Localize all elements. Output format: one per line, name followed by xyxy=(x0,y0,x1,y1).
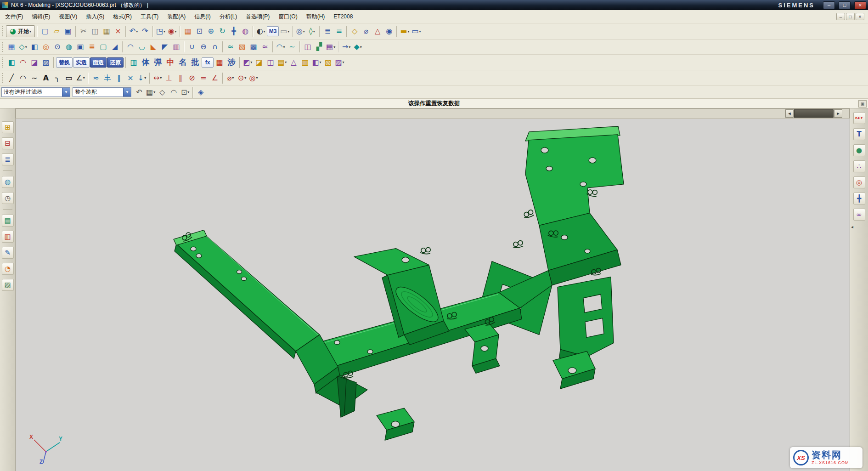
view-preset-m3-button[interactable]: M3 xyxy=(267,26,279,36)
dropdown-arrow-icon[interactable]: ▾ xyxy=(349,45,350,49)
window-arrange-button[interactable]: ▭ ▾ xyxy=(411,25,422,37)
assembly-filter-shield-button[interactable]: ◈ xyxy=(195,86,206,98)
radius-dimension-button[interactable]: ⊙ ▾ xyxy=(237,72,248,84)
draft-button[interactable]: ◢ xyxy=(109,41,120,53)
dropdown-arrow-icon[interactable]: ▾ xyxy=(319,60,321,64)
key-shortcuts-button[interactable]: KEY xyxy=(853,112,865,124)
histogram-tool-button[interactable]: ▥ xyxy=(128,57,139,68)
mirror-curve-button[interactable]: ‖ xyxy=(113,72,124,84)
sphere-pair-button[interactable]: ∞ xyxy=(853,209,865,221)
plus-display-button[interactable]: ╋ xyxy=(853,193,865,204)
child-close-button[interactable]: × xyxy=(856,13,864,20)
visualization-pen-button[interactable]: ✎ xyxy=(2,247,14,259)
toolbar-grip[interactable] xyxy=(2,73,4,83)
sketch-button[interactable]: ▦ xyxy=(6,41,17,53)
command-finder-button[interactable]: ◉ ▾ xyxy=(167,25,178,37)
molecule-display-button[interactable]: ∴ xyxy=(853,160,865,172)
rapid-dimension-button[interactable]: ↔ ▾ xyxy=(152,72,163,84)
perspective-view-button[interactable]: ◍ xyxy=(240,25,251,37)
dropdown-arrow-icon[interactable]: ▾ xyxy=(303,29,305,34)
draft-check-button[interactable]: △ xyxy=(288,57,299,68)
part-right-flange[interactable] xyxy=(525,126,624,226)
menu-assemblies[interactable]: 装配(A) xyxy=(163,11,190,22)
curve-analysis-button[interactable]: ◠ xyxy=(17,57,28,68)
material-ball-button[interactable]: ● xyxy=(853,144,865,156)
pan-view-button[interactable]: ╋ xyxy=(228,25,239,37)
split-body-button[interactable]: ▥ xyxy=(171,41,182,53)
toolbar-grip[interactable] xyxy=(2,57,4,68)
menu-analysis[interactable]: 分析(L) xyxy=(215,11,242,22)
dropdown-arrow-icon[interactable]: ▾ xyxy=(256,76,258,80)
face-transparent-toggle-button[interactable]: 面透 xyxy=(90,57,107,68)
surface-curvature-button[interactable]: ◪ xyxy=(29,57,40,68)
menu-edit[interactable]: 编辑(E) xyxy=(28,11,54,22)
rectangle-button[interactable]: ▭ xyxy=(63,72,74,84)
layer-settings-button[interactable]: ≣ xyxy=(322,25,333,37)
face-blend-button[interactable]: ◡ xyxy=(136,41,147,53)
center-macro-button[interactable]: 中 xyxy=(164,57,176,68)
rib-button[interactable]: ≣ xyxy=(86,41,97,53)
part-model[interactable] xyxy=(16,119,850,471)
solid-transparent-toggle-button[interactable]: 实透 xyxy=(73,57,90,68)
snap-point-options-button[interactable]: ⊡ ▾ xyxy=(180,86,191,98)
dropdown-arrow-icon[interactable]: ▾ xyxy=(283,45,285,49)
pocket-button[interactable]: ▣ xyxy=(75,41,86,53)
hole-button[interactable]: ⊙ xyxy=(52,41,63,53)
diameter-dimension-button[interactable]: ⌀ ▾ xyxy=(225,72,236,84)
patch-button[interactable]: ▧ xyxy=(237,41,248,53)
dropdown-arrow-icon[interactable]: ▾ xyxy=(29,29,31,34)
sketch-fillet-button[interactable]: ╮ xyxy=(52,72,63,84)
color-region-button[interactable]: ▦ xyxy=(214,57,225,68)
menu-view[interactable]: 视图(V) xyxy=(55,11,81,22)
perpendicular-constraint-button[interactable]: ⊥ xyxy=(163,72,175,84)
toolbar-grip[interactable] xyxy=(2,42,4,52)
interference-macro-button[interactable]: 涉 xyxy=(225,57,237,68)
hscroll-thumb[interactable] xyxy=(794,109,834,118)
constraint-navigator-button[interactable]: ⊟ xyxy=(2,137,14,149)
flush-check-button[interactable]: ▤ ▾ xyxy=(276,57,287,68)
perimeter-dimension-button[interactable]: ◎ ▾ xyxy=(248,72,259,84)
part-navigator-button[interactable]: ≣ xyxy=(2,153,14,165)
dropdown-arrow-icon[interactable]: ▾ xyxy=(83,76,85,80)
profile-line-button[interactable]: ╱ xyxy=(6,72,17,84)
background-swatch-button[interactable]: ▭ ▾ xyxy=(279,25,290,37)
inferred-selection-button[interactable]: ◇ xyxy=(157,86,168,98)
dropdown-arrow-icon[interactable]: ▾ xyxy=(136,29,138,34)
layer-visibility-button[interactable]: ≡ xyxy=(333,25,344,37)
subtract-button[interactable]: ⊖ xyxy=(198,41,209,53)
extrude-button[interactable]: ◧ xyxy=(29,41,40,53)
delete-button[interactable]: × xyxy=(113,25,124,37)
select-all-button[interactable]: ▦ ▾ xyxy=(145,86,156,98)
analysis-display-button[interactable]: △ xyxy=(372,25,383,37)
dropdown-arrow-icon[interactable]: ▾ xyxy=(175,29,177,34)
dropdown-arrow-icon[interactable]: ▾ xyxy=(419,29,421,34)
menu-tools[interactable]: 工具(T) xyxy=(136,11,163,22)
name-macro-button[interactable]: 名 xyxy=(177,57,189,68)
move-face-button[interactable]: → ▾ xyxy=(341,41,352,53)
sew-button[interactable]: ≈ xyxy=(225,41,236,53)
part-left-arm[interactable] xyxy=(174,230,320,359)
chamfer-button[interactable]: ◣ xyxy=(148,41,159,53)
dropdown-arrow-icon[interactable]: ▾ xyxy=(343,60,344,64)
toolbar-grip[interactable] xyxy=(2,26,4,36)
expression-shortcut-button[interactable]: fx xyxy=(202,57,214,68)
cut-button[interactable]: ✂ xyxy=(78,25,89,37)
mirror-feature-button[interactable]: ▞ xyxy=(314,41,325,53)
body-macro-button[interactable]: 体 xyxy=(140,57,152,68)
adjust-face-button[interactable]: ◆ ▾ xyxy=(352,41,363,53)
reflection-analysis-button[interactable]: ▨ xyxy=(40,57,51,68)
revolve-button[interactable]: ◎ xyxy=(40,41,51,53)
menu-file[interactable]: 文件(F) xyxy=(1,11,27,22)
copy-button[interactable]: ◫ xyxy=(90,25,101,37)
child-restore-button[interactable]: □ xyxy=(846,13,855,20)
section-check-button[interactable]: ▧ xyxy=(322,57,333,68)
screen-capture-button[interactable]: ◳ ▾ xyxy=(155,25,166,37)
part-right-legs[interactable] xyxy=(553,277,614,389)
child-minimize-button[interactable]: – xyxy=(836,13,845,20)
orient-view-button[interactable]: ▦ xyxy=(182,25,193,37)
dropdown-arrow-icon[interactable]: ▾ xyxy=(153,90,155,94)
new-file-button[interactable]: ▢ xyxy=(39,25,51,37)
intersect-button[interactable]: ∩ xyxy=(209,41,220,53)
face-check-button[interactable]: ◪ xyxy=(254,57,265,68)
datum-plane-button[interactable]: ◇ ▾ xyxy=(17,41,28,53)
